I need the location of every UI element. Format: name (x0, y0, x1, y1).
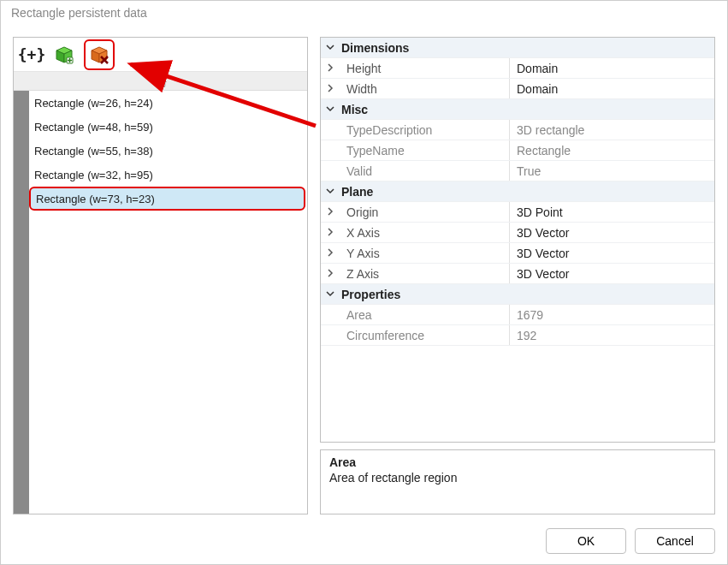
property-group-name: Properties (340, 288, 509, 301)
list-item-label: Rectangle (w=55, h=38) (29, 139, 307, 163)
list-item-label: Rectangle (w=48, h=59) (29, 115, 307, 139)
chevron-right-icon[interactable] (321, 247, 340, 259)
property-row[interactable]: WidthDomain (321, 79, 714, 99)
property-row[interactable]: HeightDomain (321, 58, 714, 79)
list-item-label: Rectangle (w=32, h=95) (29, 163, 307, 187)
property-value[interactable]: 3D Point (509, 202, 714, 222)
description-title: Area (329, 455, 706, 469)
chevron-right-icon[interactable] (321, 62, 340, 74)
property-row[interactable]: TypeNameRectangle (321, 140, 714, 161)
list-item[interactable]: 1Rectangle (w=48, h=59) (14, 115, 307, 139)
property-group-name: Plane (340, 185, 509, 199)
property-group[interactable]: Misc (321, 99, 714, 120)
property-group[interactable]: Properties (321, 284, 714, 305)
list-toolbar: {+} (14, 38, 307, 72)
property-name: Origin (340, 205, 509, 219)
property-name: Y Axis (340, 247, 509, 260)
property-value[interactable]: 3D Vector (509, 243, 714, 263)
data-list-panel: {+} (13, 37, 308, 514)
dialog-window: Rectangle persistent data {+} (0, 0, 728, 565)
property-group[interactable]: Plane (321, 181, 714, 202)
chevron-right-icon[interactable] (321, 226, 340, 239)
braces-button[interactable]: {+} (19, 42, 44, 68)
property-value: 1679 (509, 305, 714, 324)
property-row[interactable]: Circumference192 (321, 325, 714, 346)
list-item[interactable]: 4Rectangle (w=73, h=23) (14, 187, 307, 211)
chevron-down-icon[interactable] (321, 185, 340, 198)
chevron-right-icon[interactable] (321, 267, 340, 280)
list-body[interactable]: 0Rectangle (w=26, h=24)1Rectangle (w=48,… (14, 91, 307, 514)
list-item-label: Rectangle (w=73, h=23) (29, 187, 305, 211)
list-item[interactable]: 3Rectangle (w=32, h=95) (14, 163, 307, 187)
chevron-down-icon[interactable] (321, 103, 340, 116)
property-name: Circumference (340, 329, 509, 342)
property-group-name: Misc (340, 103, 509, 116)
property-row[interactable]: Area1679 (321, 305, 714, 325)
property-value: 192 (509, 325, 714, 345)
property-description: Area Area of rectangle region (320, 449, 715, 514)
property-value[interactable]: 3D Vector (509, 223, 714, 242)
add-item-button[interactable] (51, 42, 77, 68)
list-item-label: Rectangle (w=26, h=24) (29, 91, 307, 115)
property-group[interactable]: Dimensions (321, 38, 714, 58)
property-name: TypeDescription (340, 123, 509, 137)
list-item[interactable]: 2Rectangle (w=55, h=38) (14, 139, 307, 163)
chevron-right-icon[interactable] (321, 205, 340, 218)
cancel-button[interactable]: Cancel (635, 528, 715, 554)
property-name: Area (340, 308, 509, 322)
list-item[interactable]: 0Rectangle (w=26, h=24) (14, 91, 307, 115)
property-row[interactable]: Z Axis3D Vector (321, 264, 714, 284)
property-name: Height (340, 62, 509, 75)
dialog-buttons: OK Cancel (546, 528, 715, 554)
property-row[interactable]: X Axis3D Vector (321, 223, 714, 243)
property-value: 3D rectangle (509, 120, 714, 140)
property-row[interactable]: TypeDescription3D rectangle (321, 120, 714, 140)
window-title: Rectangle persistent data (1, 1, 727, 27)
list-header: {0} (14, 72, 307, 91)
dialog-content: {+} (13, 37, 715, 514)
properties-panel: DimensionsHeightDomainWidthDomainMiscTyp… (320, 37, 715, 514)
property-value[interactable]: Domain (509, 58, 714, 78)
property-name: TypeName (340, 144, 509, 158)
property-name: Valid (340, 164, 509, 178)
property-row[interactable]: ValidTrue (321, 161, 714, 181)
property-name: Z Axis (340, 267, 509, 281)
property-row[interactable]: Origin3D Point (321, 202, 714, 223)
property-value[interactable]: 3D Vector (509, 264, 714, 283)
property-name: X Axis (340, 226, 509, 240)
property-value: Rectangle (509, 140, 714, 160)
property-grid[interactable]: DimensionsHeightDomainWidthDomainMiscTyp… (320, 37, 715, 443)
property-group-name: Dimensions (340, 41, 509, 55)
property-row[interactable]: Y Axis3D Vector (321, 243, 714, 264)
cube-add-icon (55, 45, 74, 64)
chevron-right-icon[interactable] (321, 82, 340, 95)
chevron-down-icon[interactable] (321, 288, 340, 300)
property-value[interactable]: Domain (509, 79, 714, 98)
property-value: True (509, 161, 714, 181)
property-name: Width (340, 82, 509, 96)
description-text: Area of rectangle region (329, 471, 706, 485)
delete-item-button[interactable] (84, 39, 115, 70)
cube-delete-icon (90, 45, 109, 64)
list-gutter (14, 91, 29, 514)
ok-button[interactable]: OK (546, 528, 626, 554)
chevron-down-icon[interactable] (321, 41, 340, 54)
